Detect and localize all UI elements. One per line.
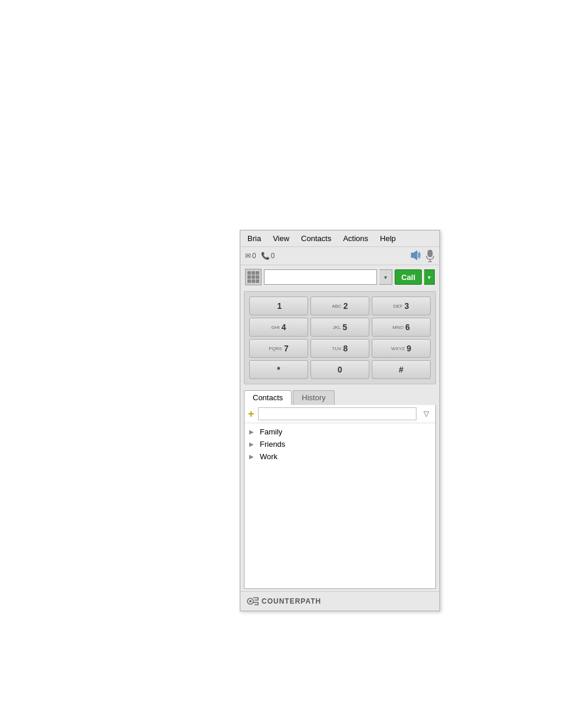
key-2-sub: ABC [332,304,341,309]
key-6[interactable]: MNO 6 [372,318,431,337]
message-count: 0 [252,252,256,260]
menu-view[interactable]: View [270,233,292,244]
voicemail-icon: 📞 [261,252,270,260]
grid-cell [256,275,259,279]
svg-rect-1 [428,250,432,257]
message-indicator: ✉ 0 [245,252,256,260]
group-friends-label: Friends [260,440,285,449]
key-8-sub: TUV [332,346,342,351]
keypad-area: 1 ABC 2 DEF 3 GHI 4 JK [244,291,436,384]
svg-marker-0 [411,251,417,260]
keypad-toggle[interactable] [245,269,262,285]
tabs-container: Contacts History [240,387,439,405]
key-5[interactable]: JKL 5 [310,318,369,337]
counterpath-logo: CounterPath [246,595,321,607]
group-family-label: Family [260,427,282,436]
key-6-sub: MNO [392,325,404,330]
key-star[interactable]: * [249,360,308,379]
chevron-right-icon: ▶ [249,453,256,460]
key-2[interactable]: ABC 2 [310,297,369,315]
chevron-right-icon: ▶ [249,429,256,435]
menu-contacts[interactable]: Contacts [299,233,333,244]
key-8[interactable]: TUV 8 [310,339,369,358]
key-4[interactable]: GHI 4 [249,318,308,337]
toolbar-right [409,249,435,262]
key-7-sub: PQRS [269,346,282,351]
key-0[interactable]: 0 [310,360,369,379]
contacts-toolbar: + ▽ [244,405,435,423]
key-5-sub: JKL [333,325,341,330]
chevron-right-icon: ▶ [249,441,256,447]
menu-bar: Bria View Contacts Actions Help [240,230,439,247]
key-0-main: 0 [338,365,342,374]
app-wrapper: Bria View Contacts Actions Help ✉ 0 📞 0 [240,230,440,611]
filter-dropdown-button[interactable]: ▽ [420,408,432,420]
app-footer: CounterPath [240,591,439,611]
key-7[interactable]: PQRS 7 [249,339,308,358]
key-8-main: 8 [343,344,348,353]
contacts-panel: + ▽ ▶ Family ▶ Friends ▶ Work [244,405,436,589]
key-4-sub: GHI [271,325,279,330]
key-1[interactable]: 1 [249,297,308,315]
key-3-main: 3 [405,301,409,311]
menu-help[interactable]: Help [378,233,398,244]
app-window: Bria View Contacts Actions Help ✉ 0 📞 0 [240,230,440,611]
menu-actions[interactable]: Actions [340,233,371,244]
tab-contacts[interactable]: Contacts [244,390,292,405]
grid-cell [252,275,255,279]
grid-cell [256,271,259,275]
key-7-main: 7 [284,344,289,353]
dial-input[interactable] [264,269,377,285]
toolbar: ✉ 0 📞 0 [240,247,439,265]
add-contact-button[interactable]: + [248,409,254,419]
group-work-label: Work [260,452,277,461]
voicemail-indicator: 📞 0 [261,252,275,260]
grid-cell [247,271,251,275]
microphone-icon[interactable] [425,249,435,262]
dialer-area: ▾ Call ▾ [240,265,439,289]
contact-groups-list: ▶ Family ▶ Friends ▶ Work [244,423,435,588]
key-3-sub: DEF [394,304,403,309]
voicemail-count: 0 [271,252,275,260]
key-2-main: 2 [343,301,348,311]
keypad-grid: 1 ABC 2 DEF 3 GHI 4 JK [249,297,431,379]
message-icon: ✉ [245,252,251,260]
logo-icon [246,595,259,607]
key-5-main: 5 [343,322,348,332]
key-6-main: 6 [405,322,410,332]
grid-cell [252,279,255,283]
speaker-icon[interactable] [409,249,422,261]
key-9[interactable]: WXYZ 9 [372,339,431,358]
grid-cell [247,279,251,283]
key-star-main: * [277,365,280,374]
key-hash[interactable]: # [372,360,431,379]
group-family[interactable]: ▶ Family [244,426,435,438]
menu-bria[interactable]: Bria [245,233,263,244]
key-9-main: 9 [406,344,411,353]
key-4-main: 4 [282,322,286,332]
svg-point-5 [249,600,252,602]
key-1-main: 1 [277,301,282,311]
tab-history[interactable]: History [293,390,334,405]
dial-dropdown[interactable]: ▾ [379,269,392,285]
grid-cell [247,275,251,279]
grid-cell [256,279,259,283]
call-button[interactable]: Call [395,269,422,285]
key-hash-main: # [399,365,404,374]
key-3[interactable]: DEF 3 [372,297,431,315]
key-9-sub: WXYZ [391,346,405,351]
brand-name: CounterPath [262,597,321,605]
contacts-search-input[interactable] [258,407,416,420]
group-friends[interactable]: ▶ Friends [244,438,435,450]
group-work[interactable]: ▶ Work [244,450,435,463]
call-split-dropdown[interactable]: ▾ [424,269,435,285]
grid-cell [252,271,255,275]
